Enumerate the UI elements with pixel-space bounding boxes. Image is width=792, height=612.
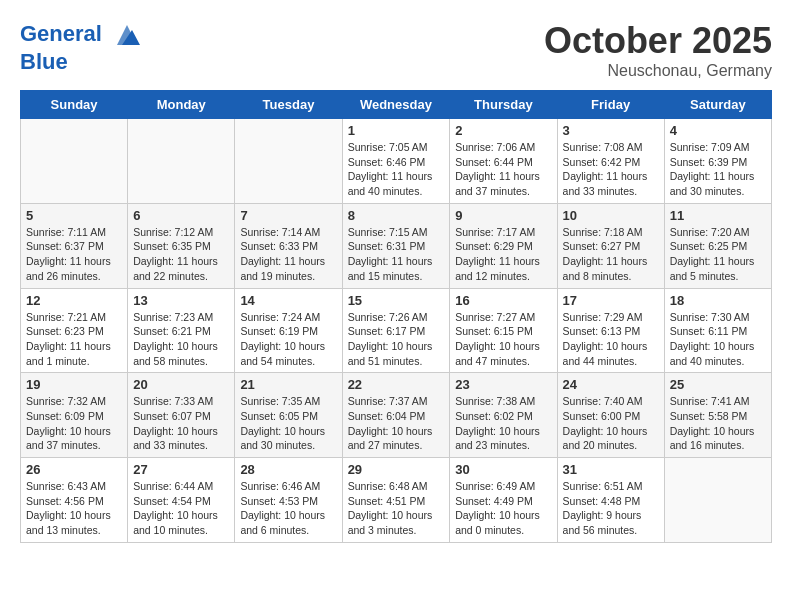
day-info: Sunrise: 7:33 AM Sunset: 6:07 PM Dayligh… <box>133 394 229 453</box>
logo: General Blue <box>20 20 142 74</box>
calendar-cell: 20Sunrise: 7:33 AM Sunset: 6:07 PM Dayli… <box>128 373 235 458</box>
day-number: 4 <box>670 123 766 138</box>
day-number: 13 <box>133 293 229 308</box>
calendar-cell: 26Sunrise: 6:43 AM Sunset: 4:56 PM Dayli… <box>21 458 128 543</box>
day-number: 23 <box>455 377 551 392</box>
day-info: Sunrise: 7:26 AM Sunset: 6:17 PM Dayligh… <box>348 310 445 369</box>
calendar-table: SundayMondayTuesdayWednesdayThursdayFrid… <box>20 90 772 543</box>
day-number: 16 <box>455 293 551 308</box>
day-info: Sunrise: 7:09 AM Sunset: 6:39 PM Dayligh… <box>670 140 766 199</box>
day-info: Sunrise: 7:32 AM Sunset: 6:09 PM Dayligh… <box>26 394 122 453</box>
calendar-cell: 31Sunrise: 6:51 AM Sunset: 4:48 PM Dayli… <box>557 458 664 543</box>
day-info: Sunrise: 7:29 AM Sunset: 6:13 PM Dayligh… <box>563 310 659 369</box>
day-number: 15 <box>348 293 445 308</box>
weekday-header: Monday <box>128 91 235 119</box>
calendar-cell: 8Sunrise: 7:15 AM Sunset: 6:31 PM Daylig… <box>342 203 450 288</box>
calendar-cell: 14Sunrise: 7:24 AM Sunset: 6:19 PM Dayli… <box>235 288 342 373</box>
calendar-cell: 6Sunrise: 7:12 AM Sunset: 6:35 PM Daylig… <box>128 203 235 288</box>
day-number: 26 <box>26 462 122 477</box>
day-number: 18 <box>670 293 766 308</box>
calendar-cell: 23Sunrise: 7:38 AM Sunset: 6:02 PM Dayli… <box>450 373 557 458</box>
day-info: Sunrise: 7:06 AM Sunset: 6:44 PM Dayligh… <box>455 140 551 199</box>
day-info: Sunrise: 6:48 AM Sunset: 4:51 PM Dayligh… <box>348 479 445 538</box>
day-info: Sunrise: 7:37 AM Sunset: 6:04 PM Dayligh… <box>348 394 445 453</box>
day-number: 3 <box>563 123 659 138</box>
day-info: Sunrise: 7:21 AM Sunset: 6:23 PM Dayligh… <box>26 310 122 369</box>
logo-blue: Blue <box>20 50 142 74</box>
day-info: Sunrise: 6:43 AM Sunset: 4:56 PM Dayligh… <box>26 479 122 538</box>
day-info: Sunrise: 7:08 AM Sunset: 6:42 PM Dayligh… <box>563 140 659 199</box>
calendar-cell: 29Sunrise: 6:48 AM Sunset: 4:51 PM Dayli… <box>342 458 450 543</box>
day-number: 7 <box>240 208 336 223</box>
day-info: Sunrise: 7:20 AM Sunset: 6:25 PM Dayligh… <box>670 225 766 284</box>
day-info: Sunrise: 6:49 AM Sunset: 4:49 PM Dayligh… <box>455 479 551 538</box>
calendar-cell: 28Sunrise: 6:46 AM Sunset: 4:53 PM Dayli… <box>235 458 342 543</box>
day-info: Sunrise: 6:44 AM Sunset: 4:54 PM Dayligh… <box>133 479 229 538</box>
page-header: General Blue October 2025 Neuschonau, Ge… <box>20 20 772 80</box>
month-title: October 2025 <box>544 20 772 62</box>
calendar-cell: 1Sunrise: 7:05 AM Sunset: 6:46 PM Daylig… <box>342 119 450 204</box>
logo-text: General <box>20 20 142 50</box>
day-number: 29 <box>348 462 445 477</box>
weekday-header: Saturday <box>664 91 771 119</box>
day-number: 28 <box>240 462 336 477</box>
weekday-header: Wednesday <box>342 91 450 119</box>
calendar-cell <box>664 458 771 543</box>
weekday-header: Thursday <box>450 91 557 119</box>
calendar-cell: 13Sunrise: 7:23 AM Sunset: 6:21 PM Dayli… <box>128 288 235 373</box>
calendar-cell: 25Sunrise: 7:41 AM Sunset: 5:58 PM Dayli… <box>664 373 771 458</box>
calendar-week-row: 5Sunrise: 7:11 AM Sunset: 6:37 PM Daylig… <box>21 203 772 288</box>
calendar-week-row: 26Sunrise: 6:43 AM Sunset: 4:56 PM Dayli… <box>21 458 772 543</box>
calendar-cell: 27Sunrise: 6:44 AM Sunset: 4:54 PM Dayli… <box>128 458 235 543</box>
day-number: 8 <box>348 208 445 223</box>
calendar-cell: 12Sunrise: 7:21 AM Sunset: 6:23 PM Dayli… <box>21 288 128 373</box>
calendar-week-row: 1Sunrise: 7:05 AM Sunset: 6:46 PM Daylig… <box>21 119 772 204</box>
day-info: Sunrise: 7:30 AM Sunset: 6:11 PM Dayligh… <box>670 310 766 369</box>
calendar-cell: 11Sunrise: 7:20 AM Sunset: 6:25 PM Dayli… <box>664 203 771 288</box>
day-number: 6 <box>133 208 229 223</box>
calendar-cell: 16Sunrise: 7:27 AM Sunset: 6:15 PM Dayli… <box>450 288 557 373</box>
day-number: 21 <box>240 377 336 392</box>
day-number: 31 <box>563 462 659 477</box>
calendar-cell <box>128 119 235 204</box>
calendar-cell: 10Sunrise: 7:18 AM Sunset: 6:27 PM Dayli… <box>557 203 664 288</box>
calendar-cell: 4Sunrise: 7:09 AM Sunset: 6:39 PM Daylig… <box>664 119 771 204</box>
day-info: Sunrise: 7:12 AM Sunset: 6:35 PM Dayligh… <box>133 225 229 284</box>
day-number: 30 <box>455 462 551 477</box>
day-number: 19 <box>26 377 122 392</box>
calendar-cell <box>21 119 128 204</box>
location-subtitle: Neuschonau, Germany <box>544 62 772 80</box>
weekday-header: Tuesday <box>235 91 342 119</box>
weekday-header: Friday <box>557 91 664 119</box>
calendar-week-row: 12Sunrise: 7:21 AM Sunset: 6:23 PM Dayli… <box>21 288 772 373</box>
calendar-cell: 7Sunrise: 7:14 AM Sunset: 6:33 PM Daylig… <box>235 203 342 288</box>
calendar-cell: 18Sunrise: 7:30 AM Sunset: 6:11 PM Dayli… <box>664 288 771 373</box>
day-info: Sunrise: 7:24 AM Sunset: 6:19 PM Dayligh… <box>240 310 336 369</box>
calendar-cell: 21Sunrise: 7:35 AM Sunset: 6:05 PM Dayli… <box>235 373 342 458</box>
day-info: Sunrise: 7:18 AM Sunset: 6:27 PM Dayligh… <box>563 225 659 284</box>
day-info: Sunrise: 6:51 AM Sunset: 4:48 PM Dayligh… <box>563 479 659 538</box>
calendar-cell: 22Sunrise: 7:37 AM Sunset: 6:04 PM Dayli… <box>342 373 450 458</box>
calendar-cell: 24Sunrise: 7:40 AM Sunset: 6:00 PM Dayli… <box>557 373 664 458</box>
day-info: Sunrise: 7:14 AM Sunset: 6:33 PM Dayligh… <box>240 225 336 284</box>
calendar-cell: 15Sunrise: 7:26 AM Sunset: 6:17 PM Dayli… <box>342 288 450 373</box>
calendar-cell: 2Sunrise: 7:06 AM Sunset: 6:44 PM Daylig… <box>450 119 557 204</box>
day-number: 25 <box>670 377 766 392</box>
day-number: 12 <box>26 293 122 308</box>
day-info: Sunrise: 7:40 AM Sunset: 6:00 PM Dayligh… <box>563 394 659 453</box>
day-info: Sunrise: 6:46 AM Sunset: 4:53 PM Dayligh… <box>240 479 336 538</box>
title-block: October 2025 Neuschonau, Germany <box>544 20 772 80</box>
day-info: Sunrise: 7:41 AM Sunset: 5:58 PM Dayligh… <box>670 394 766 453</box>
calendar-cell: 9Sunrise: 7:17 AM Sunset: 6:29 PM Daylig… <box>450 203 557 288</box>
calendar-cell <box>235 119 342 204</box>
day-number: 17 <box>563 293 659 308</box>
calendar-cell: 17Sunrise: 7:29 AM Sunset: 6:13 PM Dayli… <box>557 288 664 373</box>
day-number: 11 <box>670 208 766 223</box>
day-info: Sunrise: 7:23 AM Sunset: 6:21 PM Dayligh… <box>133 310 229 369</box>
day-info: Sunrise: 7:35 AM Sunset: 6:05 PM Dayligh… <box>240 394 336 453</box>
day-number: 10 <box>563 208 659 223</box>
day-number: 20 <box>133 377 229 392</box>
day-info: Sunrise: 7:11 AM Sunset: 6:37 PM Dayligh… <box>26 225 122 284</box>
day-number: 27 <box>133 462 229 477</box>
day-number: 22 <box>348 377 445 392</box>
